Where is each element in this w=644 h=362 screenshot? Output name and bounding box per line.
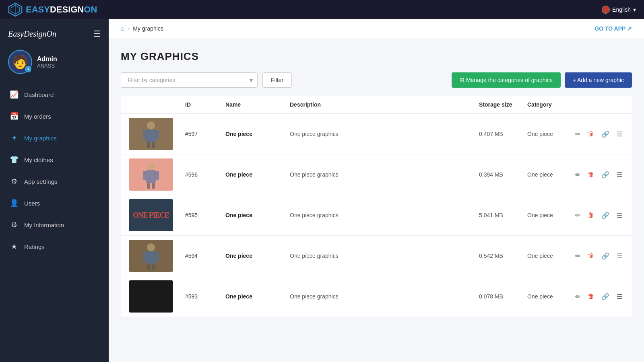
users-label: Users	[24, 200, 40, 207]
goto-app-link[interactable]: GO TO APP ↗	[594, 25, 632, 32]
col-header-name: Name	[225, 101, 290, 108]
logo-text: EASYDESIGNON	[26, 4, 97, 15]
graphic-name: One piece	[225, 212, 290, 218]
graphic-id: #594	[185, 253, 225, 259]
svg-rect-8	[152, 142, 155, 148]
edit-button[interactable]: ✏	[574, 251, 582, 261]
table-row: #597 One piece One piece graphics 0.407 …	[121, 114, 632, 154]
svg-rect-16	[146, 251, 156, 264]
delete-button[interactable]: 🗑	[586, 129, 596, 139]
home-icon[interactable]: ⌂	[121, 25, 125, 32]
edit-button[interactable]: ✏	[574, 291, 582, 302]
graphic-category: One piece	[527, 253, 576, 259]
sidebar-item-dashboard[interactable]: 📈 Dashboard	[0, 84, 109, 105]
graphic-description: One piece graphics	[290, 253, 479, 259]
table-row: #594 One piece One piece graphics 0.542 …	[121, 236, 632, 276]
menu-button[interactable]: ☰	[615, 251, 624, 261]
breadcrumb-current: My graphics	[133, 25, 163, 32]
thumb-figure	[129, 280, 173, 313]
graphic-thumbnail	[129, 118, 173, 150]
menu-button[interactable]: ☰	[615, 129, 624, 140]
col-header-id: ID	[185, 101, 225, 108]
filter-categories-select[interactable]: Filter by categories	[121, 72, 258, 88]
graphic-storage: 0.394 MB	[479, 171, 527, 178]
graphic-thumbnail	[129, 240, 173, 272]
content-area: ⌂ › My graphics GO TO APP ↗ MY GRAPHICS …	[109, 19, 644, 362]
col-header-storage: Storage size	[479, 101, 527, 108]
svg-point-15	[147, 243, 155, 251]
page-content: MY GRAPHICS Filter by categories ▾ Filte…	[109, 38, 644, 362]
my-orders-icon: 📅	[10, 112, 19, 121]
link-button[interactable]: 🔗	[600, 291, 611, 302]
sidebar-item-my-graphics[interactable]: ✦ My graphics	[0, 127, 109, 149]
menu-button[interactable]: ☰	[615, 210, 624, 221]
edit-button[interactable]: ✏	[574, 129, 582, 140]
users-icon: 👤	[10, 199, 19, 208]
col-header-category: Category	[527, 101, 576, 108]
graphic-description: One piece graphics	[290, 131, 479, 137]
graphic-actions: ✏ 🗑 🔗 ☰	[576, 251, 624, 261]
my-orders-label: My orders	[24, 113, 51, 120]
delete-button[interactable]: 🗑	[586, 210, 596, 220]
delete-button[interactable]: 🗑	[586, 291, 596, 302]
toolbar-left: Filter by categories ▾ Filter	[121, 72, 292, 88]
graphic-actions: ✏ 🗑 🔗 ☰	[576, 169, 624, 180]
graphic-thumbnail: ONE PIECE	[129, 199, 173, 231]
table-header: ID Name Description Storage size Categor…	[121, 96, 632, 114]
svg-point-9	[147, 162, 155, 170]
graphic-description: One piece graphics	[290, 293, 479, 300]
sidebar-item-my-clothes[interactable]: 👕 My clothes	[0, 149, 109, 171]
topbar: EASYDESIGNON English ▾	[0, 0, 644, 19]
sidebar-brand: EasyDesignOn	[8, 29, 56, 39]
table-row: #596 One piece One piece graphics 0.394 …	[121, 154, 632, 195]
edit-button[interactable]: ✏	[574, 210, 582, 221]
sidebar-item-app-settings[interactable]: ⚙ App settings	[0, 171, 109, 192]
user-info: Admin ANASS	[37, 56, 57, 69]
sidebar-item-my-orders[interactable]: 📅 My orders	[0, 105, 109, 127]
delete-button[interactable]: 🗑	[586, 251, 596, 261]
graphic-storage: 0.542 MB	[479, 253, 527, 259]
breadcrumb-bar: ⌂ › My graphics GO TO APP ↗	[109, 19, 644, 38]
sidebar: EasyDesignOn ☰ 🧑 ▾ Admin ANASS 📈 Dashboa…	[0, 19, 109, 362]
toolbar-right: ⊞ Manage the categories of graphics + Ad…	[452, 72, 632, 88]
manage-categories-button[interactable]: ⊞ Manage the categories of graphics	[452, 72, 561, 88]
delete-button[interactable]: 🗑	[586, 169, 596, 180]
breadcrumb-separator: ›	[128, 25, 130, 32]
my-graphics-label: My graphics	[24, 135, 57, 142]
ratings-icon: ★	[10, 242, 19, 251]
toolbar: Filter by categories ▾ Filter ⊞ Manage t…	[121, 72, 632, 88]
table-row: #593 One piece One piece graphics 0.078 …	[121, 276, 632, 317]
graphic-category: One piece	[527, 293, 576, 300]
thumb-figure: ONE PIECE	[129, 199, 173, 231]
table-row: ONE PIECE #595 One piece One piece graph…	[121, 195, 632, 236]
graphic-actions: ✏ 🗑 🔗 ☰	[576, 210, 624, 221]
language-selector[interactable]: English ▾	[602, 6, 636, 14]
graphic-storage: 5.041 MB	[479, 212, 527, 218]
sidebar-item-ratings[interactable]: ★ Ratings	[0, 236, 109, 257]
main-layout: EasyDesignOn ☰ 🧑 ▾ Admin ANASS 📈 Dashboa…	[0, 19, 644, 362]
add-new-graphic-button[interactable]: + Add a new graphic	[565, 72, 632, 88]
breadcrumb: ⌂ › My graphics	[121, 25, 163, 32]
menu-button[interactable]: ☰	[615, 169, 624, 180]
hamburger-icon[interactable]: ☰	[93, 29, 101, 39]
filter-button[interactable]: Filter	[262, 72, 292, 88]
filter-select-wrap: Filter by categories ▾	[121, 72, 258, 88]
sidebar-nav: 📈 Dashboard 📅 My orders ✦ My graphics 👕 …	[0, 84, 109, 265]
link-button[interactable]: 🔗	[600, 169, 611, 180]
logo-area: EASYDESIGNON	[8, 2, 97, 17]
svg-rect-13	[147, 183, 150, 189]
dashboard-icon: 📈	[10, 90, 19, 99]
col-header-actions	[576, 101, 624, 108]
menu-button[interactable]: ☰	[615, 291, 624, 302]
my-clothes-icon: 👕	[10, 155, 19, 164]
link-button[interactable]: 🔗	[600, 210, 611, 221]
sidebar-item-users[interactable]: 👤 Users	[0, 192, 109, 214]
svg-rect-5	[143, 130, 147, 139]
graphic-name: One piece	[225, 171, 290, 178]
sidebar-item-my-information[interactable]: ⚙ My Information	[0, 214, 109, 236]
link-button[interactable]: 🔗	[600, 251, 611, 261]
edit-button[interactable]: ✏	[574, 169, 582, 180]
graphic-id: #597	[185, 131, 225, 137]
link-button[interactable]: 🔗	[600, 129, 611, 140]
svg-rect-17	[143, 252, 147, 261]
